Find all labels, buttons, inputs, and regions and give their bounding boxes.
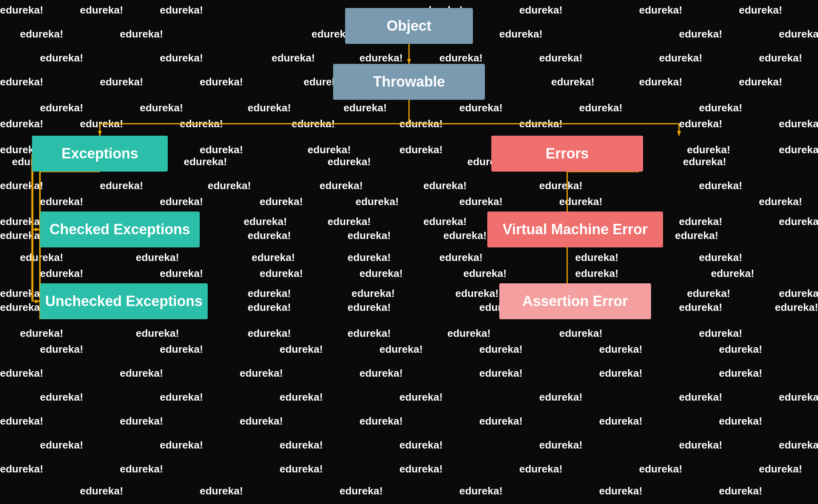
watermark: edureka! xyxy=(272,52,315,64)
watermark: edureka! xyxy=(160,391,203,403)
watermark: edureka! xyxy=(0,463,43,475)
watermark: edureka! xyxy=(252,251,295,264)
watermark: edureka! xyxy=(779,144,818,156)
watermark: edureka! xyxy=(100,180,143,192)
watermark: edureka! xyxy=(308,144,351,156)
watermark: edureka! xyxy=(200,485,243,497)
watermark: edureka! xyxy=(0,215,43,228)
watermark: edureka! xyxy=(120,463,163,475)
watermark: edureka! xyxy=(679,391,722,403)
watermark: edureka! xyxy=(775,301,818,314)
watermark: edureka! xyxy=(699,327,742,340)
watermark: edureka! xyxy=(40,343,83,356)
watermark: edureka! xyxy=(40,196,83,208)
watermark: edureka! xyxy=(20,327,63,340)
watermark: edureka! xyxy=(719,485,762,497)
watermark: edureka! xyxy=(579,102,622,114)
watermark: edureka! xyxy=(759,52,802,64)
node-throwable: Throwable xyxy=(333,64,485,100)
watermark: edureka! xyxy=(687,287,730,300)
watermark: edureka! xyxy=(559,327,602,340)
node-assertion-label: Assertion Error xyxy=(522,293,628,310)
svg-marker-7 xyxy=(677,131,681,136)
watermark: edureka! xyxy=(136,327,179,340)
watermark: edureka! xyxy=(208,180,251,192)
watermark: edureka! xyxy=(260,196,303,208)
watermark: edureka! xyxy=(160,52,203,64)
svg-marker-1 xyxy=(407,59,411,64)
watermark: edureka! xyxy=(292,118,335,130)
watermark: edureka! xyxy=(355,196,399,208)
node-checked-label: Checked Exceptions xyxy=(50,221,190,238)
watermark: edureka! xyxy=(539,180,582,192)
watermark: edureka! xyxy=(120,367,163,379)
watermark: edureka! xyxy=(699,251,742,264)
watermark: edureka! xyxy=(0,76,43,88)
watermark: edureka! xyxy=(160,4,203,16)
watermark: edureka! xyxy=(20,28,63,40)
watermark: edureka! xyxy=(423,215,467,228)
watermark: edureka! xyxy=(739,76,782,88)
watermark: edureka! xyxy=(40,52,83,64)
watermark: edureka! xyxy=(551,76,594,88)
watermark: edureka! xyxy=(779,118,818,130)
watermark: edureka! xyxy=(248,102,291,114)
watermark: edureka! xyxy=(140,102,183,114)
node-unchecked: Unchecked Exceptions xyxy=(40,283,208,319)
node-vme: Virtual Machine Error xyxy=(487,211,663,247)
watermark: edureka! xyxy=(519,463,562,475)
watermark: edureka! xyxy=(719,367,762,379)
watermark: edureka! xyxy=(280,439,323,451)
watermark: edureka! xyxy=(20,251,63,264)
watermark: edureka! xyxy=(248,327,291,340)
watermark: edureka! xyxy=(739,4,782,16)
watermark: edureka! xyxy=(359,415,403,427)
node-exceptions: Exceptions xyxy=(32,136,168,172)
watermark: edureka! xyxy=(160,439,203,451)
watermark: edureka! xyxy=(343,102,387,114)
watermark: edureka! xyxy=(759,196,802,208)
node-object-label: Object xyxy=(387,18,431,34)
watermark: edureka! xyxy=(347,229,391,242)
watermark: edureka! xyxy=(539,439,582,451)
watermark: edureka! xyxy=(719,343,762,356)
watermark: edureka! xyxy=(779,215,818,228)
watermark: edureka! xyxy=(248,229,291,242)
watermark: edureka! xyxy=(320,180,363,192)
watermark: edureka! xyxy=(280,391,323,403)
watermark: edureka! xyxy=(100,76,143,88)
node-object: Object xyxy=(345,8,473,44)
watermark: edureka! xyxy=(539,391,582,403)
watermark: edureka! xyxy=(359,367,403,379)
watermark: edureka! xyxy=(447,327,490,340)
svg-marker-5 xyxy=(98,131,102,136)
watermark: edureka! xyxy=(575,267,618,280)
watermark: edureka! xyxy=(599,343,642,356)
watermark: edureka! xyxy=(455,287,498,300)
watermark: edureka! xyxy=(244,215,287,228)
watermark: edureka! xyxy=(679,439,722,451)
watermark: edureka! xyxy=(200,144,243,156)
watermark: edureka! xyxy=(0,287,43,300)
watermark: edureka! xyxy=(463,267,506,280)
node-vme-label: Virtual Machine Error xyxy=(502,221,647,238)
watermark: edureka! xyxy=(699,102,742,114)
watermark: edureka! xyxy=(260,267,303,280)
watermark: edureka! xyxy=(779,439,818,451)
watermark: edureka! xyxy=(0,415,43,427)
watermark: edureka! xyxy=(679,301,722,314)
watermark: edureka! xyxy=(328,215,371,228)
watermark: edureka! xyxy=(351,287,395,300)
watermark: edureka! xyxy=(399,391,443,403)
watermark: edureka! xyxy=(80,4,123,16)
watermark: edureka! xyxy=(459,485,502,497)
watermark: edureka! xyxy=(136,251,179,264)
watermark: edureka! xyxy=(240,367,283,379)
watermark: edureka! xyxy=(184,156,227,168)
watermark: edureka! xyxy=(0,118,43,130)
watermark: edureka! xyxy=(599,485,642,497)
watermark: edureka! xyxy=(0,301,43,314)
watermark: edureka! xyxy=(679,215,722,228)
watermark: edureka! xyxy=(40,267,83,280)
watermark: edureka! xyxy=(347,301,391,314)
